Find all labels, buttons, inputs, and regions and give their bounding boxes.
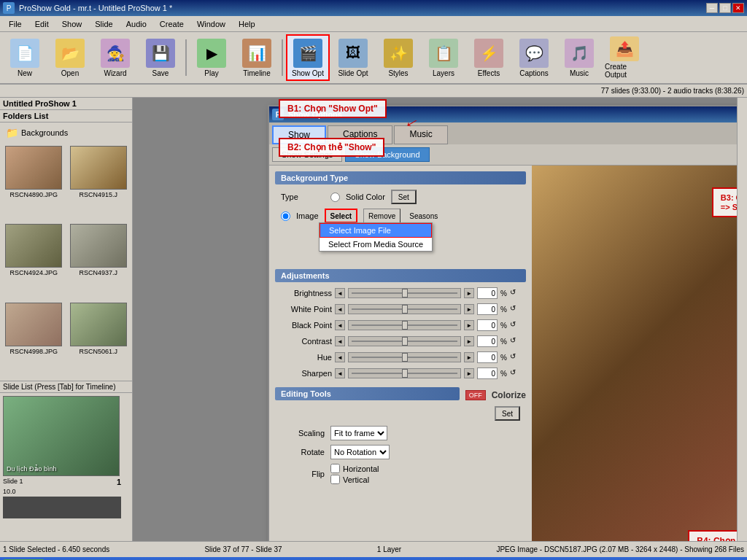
thumb-1[interactable]: RSCN4890.JPG: [3, 146, 65, 221]
thumb-label-4: RSCN4937.J: [79, 269, 117, 276]
captions-icon: 💬: [519, 39, 549, 68]
slide-list-title[interactable]: Slide List (Press [Tab] for Timeline): [0, 381, 132, 393]
open-icon: 📂: [55, 39, 85, 68]
scaling-select[interactable]: Fit to frame: [330, 426, 387, 440]
vertical-flip-checkbox[interactable]: [330, 475, 340, 484]
thumb-label-1: RSCN4890.JPG: [9, 191, 58, 198]
info-bar: 77 slides (9:33.00) - 2 audio tracks (8:…: [0, 85, 747, 98]
dialog-preview-panel: ◄ ► B3: Chọn "Select" => Select Image Fi…: [532, 166, 737, 541]
horizontal-flip-checkbox[interactable]: [330, 464, 340, 473]
menu-create[interactable]: Create: [154, 18, 190, 30]
hue-slider[interactable]: [348, 352, 461, 362]
close-button[interactable]: ✕: [732, 3, 744, 13]
show-opt-button[interactable]: 🎬 Show Opt: [286, 34, 330, 81]
show-opt-icon: 🎬: [293, 39, 322, 68]
hue-increase[interactable]: ►: [464, 352, 474, 362]
tab-music[interactable]: Music: [394, 125, 447, 144]
menu-show[interactable]: Show: [56, 18, 88, 30]
captions-button[interactable]: 💬 Captions: [512, 34, 556, 81]
hue-reset[interactable]: ↺: [510, 352, 520, 362]
brightness-slider[interactable]: [348, 288, 461, 298]
brightness-decrease[interactable]: ◄: [335, 288, 345, 298]
annotation-b4-text: B4: Chọn "Done": [697, 536, 737, 541]
dropdown-item-media-source[interactable]: Select From Media Source: [320, 238, 432, 251]
black-point-increase[interactable]: ►: [464, 320, 474, 330]
new-button[interactable]: 📄 New: [3, 34, 47, 81]
new-icon: 📄: [10, 39, 39, 68]
white-point-increase[interactable]: ►: [464, 304, 474, 314]
folder-item-backgrounds[interactable]: 📁 Backgrounds: [3, 125, 129, 140]
menu-edit[interactable]: Edit: [29, 18, 55, 30]
scaling-row: Scaling Fit to frame: [275, 424, 526, 443]
play-button[interactable]: ▶ Play: [190, 34, 233, 81]
contrast-slider[interactable]: [348, 336, 461, 346]
thumb-3[interactable]: RSCN4924.JPG: [3, 224, 65, 299]
contrast-decrease[interactable]: ◄: [335, 336, 345, 346]
contrast-reset[interactable]: ↺: [510, 336, 520, 346]
white-point-pct: %: [500, 306, 507, 314]
black-point-row: Black Point ◄ ► 0 % ↺: [275, 317, 526, 333]
colorize-toggle[interactable]: OFF: [465, 390, 486, 400]
image-radio[interactable]: [281, 211, 290, 221]
solid-color-radio[interactable]: [330, 192, 340, 202]
status-right: JPEG Image - DSCN5187.JPG (2.07 MB - 326…: [496, 545, 744, 553]
set-button[interactable]: Set: [391, 190, 417, 204]
thumb-label-6: RSCN5061.J: [79, 348, 117, 355]
save-button[interactable]: 💾 Save: [139, 34, 182, 81]
minimize-button[interactable]: ─: [706, 3, 718, 13]
contrast-increase[interactable]: ►: [464, 336, 474, 346]
menu-audio[interactable]: Audio: [120, 18, 152, 30]
slide-list-area: Slide List (Press [Tab] for Timeline) Du…: [0, 381, 132, 541]
sharpen-increase[interactable]: ►: [464, 368, 474, 378]
thumb-6[interactable]: RSCN5061.J: [68, 303, 130, 378]
rotate-select[interactable]: No Rotation: [330, 445, 390, 459]
black-point-decrease[interactable]: ◄: [335, 320, 345, 330]
sharpen-decrease[interactable]: ◄: [335, 368, 345, 378]
brightness-reset[interactable]: ↺: [510, 288, 520, 298]
thumb-2[interactable]: RSCN4915.J: [68, 146, 130, 221]
timeline-button[interactable]: 📊 Timeline: [235, 34, 279, 81]
thumb-img-2: [70, 146, 127, 190]
preview-image: [532, 166, 737, 541]
dropdown-item-select-image[interactable]: Select Image File: [320, 223, 432, 238]
thumb-5[interactable]: RSCN4998.JPG: [3, 303, 65, 378]
brightness-increase[interactable]: ►: [464, 288, 474, 298]
wizard-button[interactable]: 🧙 Wizard: [93, 34, 137, 81]
sharpen-value: 0: [477, 368, 498, 379]
save-icon: 💾: [146, 39, 175, 68]
select-button[interactable]: Select: [325, 209, 357, 223]
black-point-reset[interactable]: ↺: [510, 320, 520, 330]
status-layers: 1 Layer: [377, 545, 401, 553]
colorize-set-button[interactable]: Set: [495, 406, 520, 421]
open-button[interactable]: 📂 Open: [48, 34, 92, 81]
sharpen-slider[interactable]: [348, 368, 461, 378]
hue-label: Hue: [281, 353, 332, 362]
effects-button[interactable]: ⚡ Effects: [467, 34, 511, 81]
create-output-button[interactable]: 📤 Create Output: [603, 34, 646, 81]
white-point-label: White Point: [281, 305, 332, 314]
menu-slide[interactable]: Slide: [89, 18, 118, 30]
slide-opt-button[interactable]: 🖼 Slide Opt: [331, 34, 375, 81]
white-point-decrease[interactable]: ◄: [335, 304, 345, 314]
slide-thumb: Du lịch Đảo bình Slide 1 1 10.0: [0, 393, 124, 541]
menu-help[interactable]: Help: [233, 18, 261, 30]
menu-window[interactable]: Window: [191, 18, 231, 30]
layers-button[interactable]: 📋 Layers: [422, 34, 465, 81]
remove-button[interactable]: Remove: [363, 209, 400, 223]
styles-button[interactable]: ✨ Styles: [376, 34, 420, 81]
white-point-row: White Point ◄ ► 0 % ↺: [275, 301, 526, 317]
flip-row: Flip Horizontal Vertical: [275, 462, 526, 486]
white-point-slider[interactable]: [348, 304, 461, 314]
thumb-img-1: [5, 146, 62, 190]
menu-file[interactable]: File: [3, 18, 28, 30]
thumb-4[interactable]: RSCN4937.J: [68, 224, 130, 299]
white-point-reset[interactable]: ↺: [510, 304, 520, 314]
annotation-b4: B4: Chọn "Done": [688, 530, 737, 541]
maximize-button[interactable]: □: [719, 3, 731, 13]
seasons-label: Seasons: [409, 212, 438, 220]
music-button[interactable]: 🎵 Music: [557, 34, 601, 81]
black-point-slider[interactable]: [348, 320, 461, 330]
sharpen-reset[interactable]: ↺: [510, 368, 520, 378]
editing-tools-header: Editing Tools OFF Colorize: [275, 387, 526, 403]
hue-decrease[interactable]: ◄: [335, 352, 345, 362]
